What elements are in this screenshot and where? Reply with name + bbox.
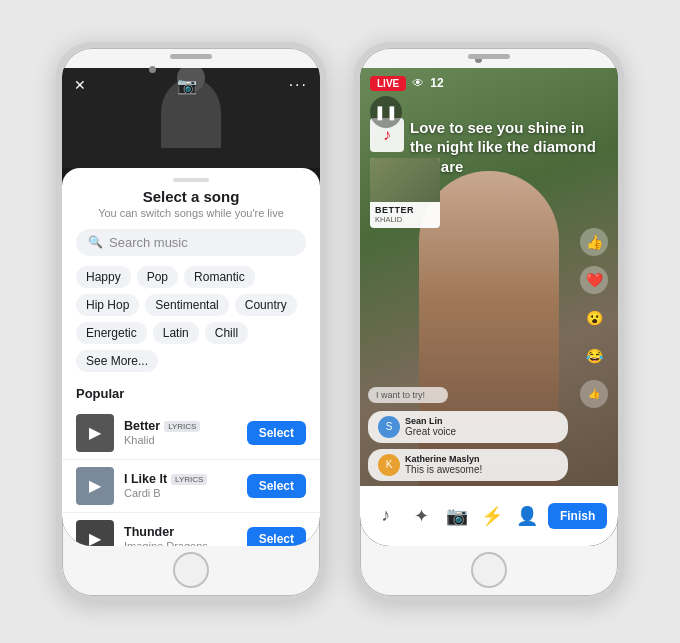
genre-tag[interactable]: Energetic — [76, 322, 147, 344]
music-bottom-icon[interactable]: ♪ — [371, 501, 401, 531]
more-icon[interactable]: ··· — [289, 76, 308, 94]
person-icon[interactable]: 👤 — [512, 501, 542, 531]
song-selector: Select a song You can switch songs while… — [62, 168, 320, 546]
song-title: I Like It — [124, 472, 167, 486]
chat-avatar-2: K — [378, 454, 400, 476]
finish-button[interactable]: Finish — [548, 503, 607, 529]
camera-icon[interactable]: 📷 — [177, 76, 197, 95]
home-button-right[interactable] — [471, 552, 507, 588]
live-top-bar: LIVE 👁 12 — [360, 68, 618, 99]
genre-tag[interactable]: Latin — [153, 322, 199, 344]
right-phone: LIVE 👁 12 ❚❚ Love to see you shine in th… — [354, 42, 624, 602]
genre-tag[interactable]: Chill — [205, 322, 248, 344]
genre-tags: HappyPopRomanticHip HopSentimentalCountr… — [62, 266, 320, 372]
song-item: ▶BetterLYRICSKhalidSelect — [62, 407, 320, 459]
genre-tag[interactable]: Pop — [137, 266, 178, 288]
chat-text-1: Great voice — [405, 426, 456, 437]
song-artist: Cardi B — [124, 487, 237, 499]
chat-name-1: Sean Lin — [405, 416, 456, 426]
pause-button[interactable]: ❚❚ — [370, 96, 402, 128]
reaction-haha: 😂 — [580, 342, 608, 370]
lyrics-badge: LYRICS — [171, 474, 207, 485]
song-card-artist: KHALID — [375, 215, 435, 224]
live-badge: LIVE — [370, 76, 406, 91]
viewer-count: 12 — [430, 76, 443, 90]
reaction-wow: 😮 — [580, 304, 608, 332]
song-item: ▶ThunderImagine DragonsSelect — [62, 512, 320, 546]
song-artist: Khalid — [124, 434, 237, 446]
song-info: BetterLYRICSKhalid — [124, 419, 237, 446]
reaction-like: 👍 — [580, 228, 608, 256]
song-item: ▶I Like ItLYRICSCardi BSelect — [62, 459, 320, 512]
chat-area: I want to try! S Sean Lin Great voice K … — [368, 387, 578, 481]
lyrics-badge: LYRICS — [164, 421, 200, 432]
left-screen: ✕ 📷 ··· Select a song You can switch son… — [62, 68, 320, 546]
left-phone: ✕ 📷 ··· Select a song You can switch son… — [56, 42, 326, 602]
music-note-icon: ♪ — [383, 126, 391, 144]
song-artist: Imagine Dragons — [124, 540, 237, 546]
genre-tag[interactable]: Country — [235, 294, 297, 316]
chat-bubble-1: S Sean Lin Great voice — [368, 411, 568, 443]
song-name-row: Thunder — [124, 525, 237, 539]
search-bar[interactable]: 🔍 Search music — [76, 229, 306, 256]
song-title: Thunder — [124, 525, 174, 539]
flash-icon[interactable]: ⚡ — [477, 501, 507, 531]
selector-subtitle: You can switch songs while you're live — [62, 207, 320, 219]
eye-icon: 👁 — [412, 76, 424, 90]
home-button-left[interactable] — [173, 552, 209, 588]
genre-tag[interactable]: Romantic — [184, 266, 255, 288]
camera-preview: ✕ 📷 ··· — [62, 68, 320, 168]
song-thumb: ▶ — [76, 467, 114, 505]
song-thumb: ▶ — [76, 520, 114, 546]
bottom-bar: ♪ ✦ 📷 ⚡ 👤 Finish — [360, 486, 618, 546]
chat-text-2: This is awesome! — [405, 464, 482, 475]
song-card-title: BETTER — [375, 205, 435, 215]
genre-tag[interactable]: See More... — [76, 350, 158, 372]
chat-name-2: Katherine Maslyn — [405, 454, 482, 464]
genre-tag[interactable]: Hip Hop — [76, 294, 139, 316]
speaker-left — [170, 54, 212, 59]
camera-bottom-icon[interactable]: 📷 — [442, 501, 472, 531]
song-card-image — [370, 158, 440, 202]
popular-label: Popular — [62, 382, 320, 407]
song-thumb: ▶ — [76, 414, 114, 452]
selector-title: Select a song — [62, 188, 320, 205]
scene: ✕ 📷 ··· Select a song You can switch son… — [0, 0, 680, 643]
pause-icon: ❚❚ — [374, 104, 398, 120]
song-name-row: BetterLYRICS — [124, 419, 237, 433]
search-placeholder: Search music — [109, 235, 188, 250]
reaction-love: ❤️ — [580, 266, 608, 294]
close-icon[interactable]: ✕ — [74, 77, 86, 93]
select-song-button[interactable]: Select — [247, 421, 306, 445]
genre-tag[interactable]: Happy — [76, 266, 131, 288]
song-info: ThunderImagine Dragons — [124, 525, 237, 546]
chat-bubble-2: K Katherine Maslyn This is awesome! — [368, 449, 568, 481]
genre-tag[interactable]: Sentimental — [145, 294, 228, 316]
song-info-card[interactable]: BETTER KHALID — [370, 158, 440, 228]
front-camera-left — [149, 66, 156, 73]
song-info: I Like ItLYRICSCardi B — [124, 472, 237, 499]
want-bubble: I want to try! — [368, 387, 448, 403]
right-screen: LIVE 👁 12 ❚❚ Love to see you shine in th… — [360, 68, 618, 546]
song-title: Better — [124, 419, 160, 433]
effects-icon[interactable]: ✦ — [406, 501, 436, 531]
search-icon: 🔍 — [88, 235, 103, 249]
song-name-row: I Like ItLYRICS — [124, 472, 237, 486]
song-list: ▶BetterLYRICSKhalidSelect▶I Like ItLYRIC… — [62, 407, 320, 546]
reaction-extra: 👍 — [580, 380, 608, 408]
drag-handle[interactable] — [173, 178, 209, 182]
select-song-button[interactable]: Select — [247, 474, 306, 498]
chat-avatar-1: S — [378, 416, 400, 438]
reaction-icons: 👍 ❤️ 😮 😂 👍 — [580, 228, 608, 408]
speaker-right — [468, 54, 510, 59]
select-song-button[interactable]: Select — [247, 527, 306, 546]
